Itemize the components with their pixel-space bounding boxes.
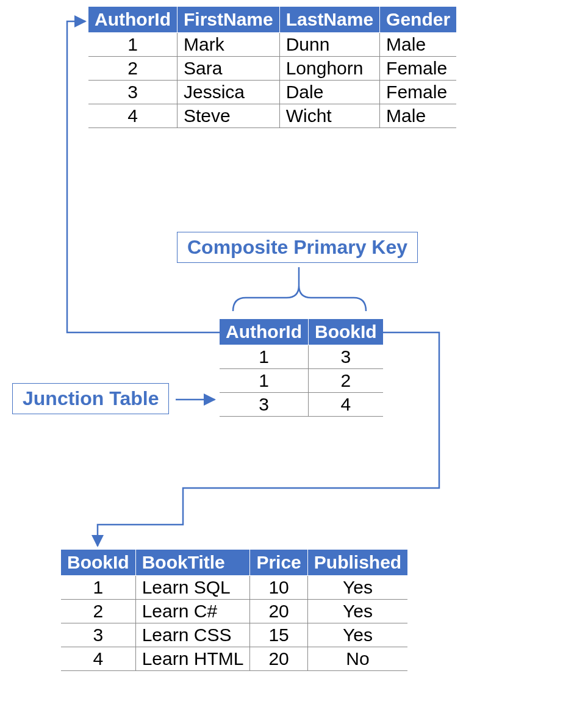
table-row: 1 2 [220, 369, 383, 393]
table-row: 3 Jessica Dale Female [88, 81, 456, 104]
cell-authorid: 1 [88, 33, 177, 57]
cell-authorid: 1 [220, 345, 308, 369]
cell-bookid: 3 [308, 345, 382, 369]
table-row: 3 4 [220, 393, 383, 417]
col-gender: Gender [380, 7, 457, 33]
table-row: 1 Mark Dunn Male [88, 33, 456, 57]
cell-bookid: 3 [61, 623, 135, 647]
cell-published: Yes [307, 623, 407, 647]
cell-booktitle: Learn CSS [135, 623, 250, 647]
cell-gender: Female [380, 81, 457, 104]
table-row: 3 Learn CSS 15 Yes [61, 623, 407, 647]
cell-published: Yes [307, 600, 407, 623]
table-row: 2 Learn C# 20 Yes [61, 600, 407, 623]
cell-bookid: 2 [308, 369, 382, 393]
col-bookid: BookId [61, 550, 135, 576]
cell-gender: Female [380, 57, 457, 81]
col-authorid: AuthorId [220, 319, 308, 345]
cell-bookid: 4 [308, 393, 382, 417]
cell-authorid: 1 [220, 369, 308, 393]
cell-authorid: 3 [220, 393, 308, 417]
cell-gender: Male [380, 104, 457, 128]
cell-firstname: Mark [177, 33, 279, 57]
table-row: 4 Learn HTML 20 No [61, 647, 407, 671]
authors-table: AuthorId FirstName LastName Gender 1 Mar… [88, 6, 456, 128]
cell-firstname: Steve [177, 104, 279, 128]
table-row: 2 Sara Longhorn Female [88, 57, 456, 81]
cell-booktitle: Learn SQL [135, 576, 250, 600]
cell-authorid: 4 [88, 104, 177, 128]
brace-icon [233, 267, 366, 311]
table-row: 1 3 [220, 345, 383, 369]
col-lastname: LastName [279, 7, 379, 33]
cell-price: 20 [250, 600, 307, 623]
cell-price: 10 [250, 576, 307, 600]
cell-firstname: Jessica [177, 81, 279, 104]
cell-booktitle: Learn HTML [135, 647, 250, 671]
col-authorid: AuthorId [88, 7, 177, 33]
junction-table-label: Junction Table [12, 383, 169, 414]
table-row: 1 Learn SQL 10 Yes [61, 576, 407, 600]
books-header-row: BookId BookTitle Price Published [61, 550, 407, 576]
cell-authorid: 2 [88, 57, 177, 81]
cell-authorid: 3 [88, 81, 177, 104]
table-row: 4 Steve Wicht Male [88, 104, 456, 128]
cell-bookid: 1 [61, 576, 135, 600]
col-published: Published [307, 550, 407, 576]
col-price: Price [250, 550, 307, 576]
books-table: BookId BookTitle Price Published 1 Learn… [61, 549, 407, 671]
cell-firstname: Sara [177, 57, 279, 81]
col-firstname: FirstName [177, 7, 279, 33]
col-booktitle: BookTitle [135, 550, 250, 576]
cell-lastname: Longhorn [279, 57, 379, 81]
cell-gender: Male [380, 33, 457, 57]
cell-booktitle: Learn C# [135, 600, 250, 623]
authors-header-row: AuthorId FirstName LastName Gender [88, 7, 456, 33]
junction-table: AuthorId BookId 1 3 1 2 3 4 [220, 318, 383, 417]
cell-published: Yes [307, 576, 407, 600]
cell-published: No [307, 647, 407, 671]
cell-price: 20 [250, 647, 307, 671]
cell-lastname: Dunn [279, 33, 379, 57]
composite-primary-key-label: Composite Primary Key [177, 232, 418, 263]
cell-price: 15 [250, 623, 307, 647]
cell-lastname: Wicht [279, 104, 379, 128]
col-bookid: BookId [308, 319, 382, 345]
cell-bookid: 4 [61, 647, 135, 671]
cell-lastname: Dale [279, 81, 379, 104]
cell-bookid: 2 [61, 600, 135, 623]
junction-header-row: AuthorId BookId [220, 319, 383, 345]
